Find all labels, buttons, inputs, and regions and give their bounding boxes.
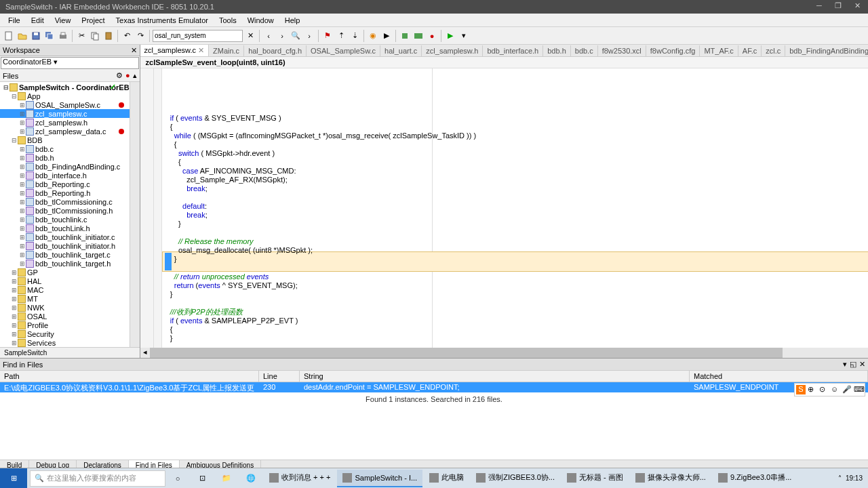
taskbar-item[interactable]: SampleSwitch - I... xyxy=(337,470,422,487)
file-tab[interactable]: bdb.h xyxy=(543,45,571,56)
file-tab[interactable]: zcl_samplesw.c✕ xyxy=(140,45,209,56)
menu-tools[interactable]: Tools xyxy=(214,15,242,26)
find-min-icon[interactable]: ▾ xyxy=(843,360,847,369)
menu-help[interactable]: Help xyxy=(279,15,306,26)
file-tab[interactable]: hal_uart.c xyxy=(380,45,422,56)
find-next-icon[interactable]: › xyxy=(303,30,315,42)
maximize-button[interactable]: ❐ xyxy=(833,1,844,12)
tree-node-bdb_tlCommissioning-c[interactable]: ⊞bdb_tlCommissioning.c xyxy=(0,197,130,206)
tree-node-bdb_touchlink_target-h[interactable]: ⊞bdb_touchlink_target.h xyxy=(0,259,130,268)
file-tree[interactable]: ⊟SampleSwitch - CoordinatorEB✓⊟App⊞OSAL_… xyxy=(0,82,130,347)
taskview-icon[interactable]: ⊡ xyxy=(190,468,214,489)
tree-node-MAC[interactable]: ⊞MAC xyxy=(0,285,130,294)
sogou-icon[interactable]: S xyxy=(796,385,806,394)
breadcrumb[interactable]: zclSampleSw_event_loop(uint8, uint16) xyxy=(140,57,868,68)
taskbar-item[interactable]: 9.ZigBee3.0串播... xyxy=(713,470,797,487)
tree-node-bdb_touchlink_initiator-h[interactable]: ⊞bdb_touchlink_initiator.h xyxy=(0,241,130,250)
gear-icon[interactable]: ⚙ xyxy=(116,71,123,80)
menu-file[interactable]: File xyxy=(3,15,26,26)
tree-node-zcl_samplesw_data-c[interactable]: ⊞zcl_samplesw_data.c xyxy=(0,127,130,136)
debug-dropdown-icon[interactable]: ▾ xyxy=(458,30,470,42)
tray-expand-icon[interactable]: ˄ xyxy=(838,474,842,482)
menu-view[interactable]: View xyxy=(50,15,77,26)
taskbar-item[interactable]: 无标题 - 画图 xyxy=(561,470,629,487)
line-gutter[interactable] xyxy=(140,68,154,348)
tree-node-bdb_touchLink-h[interactable]: ⊞bdb_touchLink.h xyxy=(0,224,130,232)
file-tab[interactable]: AF.c xyxy=(738,45,762,56)
file-tab[interactable]: ZMain.c xyxy=(209,45,244,56)
tree-node-bdb_Reporting-h[interactable]: ⊞bdb_Reporting.h xyxy=(0,188,130,197)
minimize-button[interactable]: ─ xyxy=(814,1,825,12)
config-combo[interactable]: CoordinatorEB ▾ xyxy=(1,57,139,69)
file-tab[interactable]: f8w2530.xcl xyxy=(598,45,646,56)
tree-node-zcl_samplesw-h[interactable]: ⊞zcl_samplesw.h xyxy=(0,118,130,127)
tree-node-Services[interactable]: ⊞Services xyxy=(0,338,130,347)
find-result-row[interactable]: E:\成电ZIGBEE3.0协议栈资料V3.0.1\1.1\ZigBee3.0基… xyxy=(0,382,868,392)
print-icon[interactable] xyxy=(57,30,69,42)
col-line[interactable]: Line xyxy=(259,371,300,382)
tree-node-bdb_Reporting-c[interactable]: ⊞bdb_Reporting.c xyxy=(0,180,130,188)
editor-hscrollbar[interactable]: ◂ ▸ ▸ xyxy=(140,348,868,358)
goto-icon[interactable]: ▶ xyxy=(380,30,393,42)
tree-node-OSAL_SampleSw-c[interactable]: ⊞OSAL_SampleSw.c xyxy=(0,100,130,109)
tool-icon-4[interactable]: 🎤 xyxy=(842,385,852,394)
tree-node-zcl_samplesw-c[interactable]: ⊞zcl_samplesw.c xyxy=(0,109,130,118)
tree-node-App[interactable]: ⊟App xyxy=(0,92,130,100)
explorer-icon[interactable]: 📁 xyxy=(214,468,239,489)
tree-scrollbar[interactable] xyxy=(130,82,140,347)
tree-node-OSAL[interactable]: ⊞OSAL xyxy=(0,312,130,321)
stop-build-icon[interactable]: ● xyxy=(426,30,438,42)
fold-gutter[interactable] xyxy=(154,68,162,348)
close-combo-icon[interactable]: ✕ xyxy=(244,30,256,42)
tree-node-bdb-h[interactable]: ⊞bdb.h xyxy=(0,153,130,162)
tree-node-Profile[interactable]: ⊞Profile xyxy=(0,321,130,329)
col-string[interactable]: String xyxy=(300,371,690,382)
find-restore-icon[interactable]: ◱ xyxy=(850,360,856,369)
tree-node-bdb-c[interactable]: ⊞bdb.c xyxy=(0,144,130,153)
tree-node-bdb_touchlink-c[interactable]: ⊞bdb_touchlink.c xyxy=(0,215,130,224)
tree-node-MT[interactable]: ⊞MT xyxy=(0,294,130,303)
save-all-icon[interactable] xyxy=(43,30,56,42)
tree-node-Security[interactable]: ⊞Security xyxy=(0,329,130,338)
nav-forward-icon[interactable]: › xyxy=(276,30,288,42)
make-icon[interactable] xyxy=(412,30,425,42)
taskbar-item[interactable]: 此电脑 xyxy=(424,470,469,487)
cortana-icon[interactable]: ○ xyxy=(165,468,190,489)
copy-icon[interactable] xyxy=(89,30,101,42)
file-tab[interactable]: zcl.c xyxy=(762,45,785,56)
redo-icon[interactable]: ↷ xyxy=(134,30,146,42)
file-tab[interactable]: zcl_samplesw.h xyxy=(422,45,483,56)
menu-project[interactable]: Project xyxy=(76,15,110,26)
red-dot-icon[interactable]: ● xyxy=(125,71,130,80)
undo-icon[interactable]: ↶ xyxy=(121,30,133,42)
find-close-icon[interactable]: ✕ xyxy=(859,360,865,369)
file-tab[interactable]: bdb.c xyxy=(571,45,598,56)
code-editor[interactable]: if ( events & SYS_EVENT_MSG ) { while ( … xyxy=(162,68,868,348)
floating-toolbar[interactable]: S ⊕ ⊙ ☺ 🎤 ⌨ xyxy=(794,383,865,396)
compile-icon[interactable] xyxy=(399,30,411,42)
debug-icon[interactable]: ▶ xyxy=(444,30,456,42)
tree-node-bdb_FindingAndBinding-c[interactable]: ⊞bdb_FindingAndBinding.c xyxy=(0,162,130,171)
tree-node-bdb_touchlink_target-c[interactable]: ⊞bdb_touchlink_target.c xyxy=(0,250,130,259)
nav-back-icon[interactable]: ‹ xyxy=(262,30,275,42)
taskbar-item[interactable]: 摄像头录像大师... xyxy=(630,470,711,487)
save-icon[interactable] xyxy=(30,30,42,42)
bookmark-icon[interactable]: ⚑ xyxy=(321,30,334,42)
file-tab[interactable]: OSAL_SampleSw.c xyxy=(307,45,380,56)
menu-edit[interactable]: Edit xyxy=(26,15,50,26)
file-tab[interactable]: bdb_FindingAndBinding.c xyxy=(785,45,868,56)
tool-icon-3[interactable]: ☺ xyxy=(831,385,840,394)
file-tab[interactable]: bdb_interface.h xyxy=(483,45,543,56)
bookmark-prev-icon[interactable]: ⇡ xyxy=(335,30,347,42)
cut-icon[interactable]: ✂ xyxy=(75,30,87,42)
menu-window[interactable]: Window xyxy=(242,15,279,26)
col-path[interactable]: Path xyxy=(0,371,259,382)
paste-icon[interactable] xyxy=(102,30,115,42)
tree-node-HAL[interactable]: ⊞HAL xyxy=(0,277,130,285)
find-icon[interactable]: 🔍 xyxy=(290,30,302,42)
tree-node-GP[interactable]: ⊞GP xyxy=(0,268,130,277)
browser-icon[interactable]: 🌐 xyxy=(239,468,263,489)
menu-emulator[interactable]: Texas Instruments Emulator xyxy=(111,15,214,26)
tree-node-BDB[interactable]: ⊟BDB xyxy=(0,136,130,144)
tree-node-bdb_touchlink_initiator-c[interactable]: ⊞bdb_touchlink_initiator.c xyxy=(0,232,130,241)
